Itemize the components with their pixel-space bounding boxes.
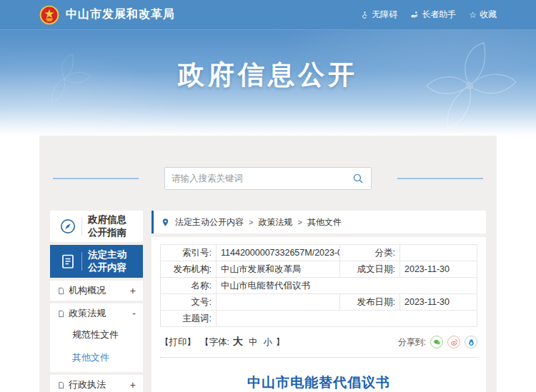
right-decorative-line (397, 178, 483, 179)
keywords-value (217, 311, 477, 327)
share-weibo-button[interactable] (447, 336, 460, 348)
name-label: 名称: (161, 278, 217, 294)
sidebar-item-org-overview[interactable]: 机构概况 + (50, 281, 143, 301)
font-size-medium-button[interactable]: 中 (249, 336, 258, 348)
article-title: 中山市电能替代倡议书 (160, 373, 477, 392)
print-button[interactable]: 【打印】 (160, 336, 196, 348)
share-section: 分享到: (398, 336, 477, 348)
elder-assist-label: 长者助手 (422, 9, 456, 21)
table-row: 文号: 发布日期: 2023-11-30 (161, 294, 477, 311)
share-wechat-button[interactable] (430, 336, 443, 348)
accessibility-link[interactable]: 无障碍 (360, 9, 397, 21)
star-icon: ☆ (469, 11, 477, 19)
sidebar-item-statutory-disclosure[interactable]: 法定主动 公开内容 (50, 245, 143, 278)
active-line1: 法定主动 (88, 249, 126, 260)
search-box (164, 167, 372, 190)
share-label: 分享到: (398, 336, 426, 348)
sidebar-group-policies: 政策法规 - 规范性文件 其他文件 (50, 303, 143, 372)
keywords-label: 主题词: (161, 311, 217, 327)
font-size-prefix: 【字体: (200, 336, 229, 348)
page-title: 政府信息公开 (0, 57, 536, 93)
publish-date-value: 2023-11-30 (400, 294, 477, 311)
elder-assist-link[interactable]: 长者助手 (410, 9, 456, 21)
page-icon (57, 381, 65, 389)
accessibility-label: 无障碍 (372, 9, 397, 21)
category-value (400, 245, 477, 261)
doc-number-label: 文号: (161, 294, 217, 311)
sidebar-active-label: 法定主动 公开内容 (88, 248, 126, 274)
agency-value: 中山市发展和改革局 (217, 261, 340, 278)
article-toolbar: 【打印】 【字体: 大 中 小 】 分享到: (160, 336, 477, 348)
sidebar-group-law-enforcement: 行政执法 + (50, 375, 143, 392)
active-line2: 公开内容 (88, 262, 126, 273)
main-column: 法定主动公开内容 > 政策法规 > 其他文件 索引号: 114420000073… (152, 211, 486, 392)
sidebar-item-normative-documents[interactable]: 规范性文件 (50, 323, 143, 346)
font-size-large-button[interactable]: 大 (233, 336, 243, 348)
category-label: 分类: (340, 245, 400, 261)
expand-icon[interactable]: + (130, 286, 136, 296)
document-icon (56, 253, 80, 270)
collapse-icon[interactable]: - (132, 308, 136, 318)
content-card: 政府信息 公开指南 法定主动 公开内容 (39, 136, 497, 392)
top-bar: 中山市发展和改革局 无障碍 长者助手 ☆ 收藏 (0, 0, 536, 30)
table-row: 主题词: (161, 311, 477, 327)
favorite-label: 收藏 (480, 9, 497, 21)
breadcrumb-item-statutory[interactable]: 法定主动公开内容 (175, 216, 244, 228)
index-number-value: 11442000007332657M/2023-00662 (217, 245, 340, 261)
dotted-divider (160, 357, 477, 358)
sidebar: 政府信息 公开指南 法定主动 公开内容 (50, 211, 143, 392)
table-row: 发布机构: 中山市发展和改革局 成文日期: 2023-11-30 (161, 261, 477, 278)
guide-line1: 政府信息 (88, 214, 126, 225)
toolbar-left: 【打印】 【字体: 大 中 小 】 (160, 336, 284, 348)
font-size-controls: 【字体: 大 中 小 】 (200, 336, 284, 348)
font-size-suffix: 】 (276, 336, 285, 348)
document-meta-table: 索引号: 11442000007332657M/2023-00662 分类: 发… (160, 244, 477, 327)
page-icon (57, 287, 65, 295)
search-input[interactable] (172, 174, 352, 184)
site-brand[interactable]: 中山市发展和改革局 (39, 5, 175, 25)
wechat-icon (433, 338, 441, 346)
weibo-icon (450, 338, 458, 346)
written-date-label: 成文日期: (340, 261, 400, 278)
breadcrumb: 法定主动公开内容 > 政策法规 > 其他文件 (152, 211, 486, 233)
national-emblem-icon (39, 5, 59, 25)
sidebar-group-org-overview: 机构概况 + (50, 281, 143, 301)
sidebar-item-law-enforcement[interactable]: 行政执法 + (50, 375, 143, 392)
doc-number-value (217, 294, 340, 311)
menu-label: 行政执法 (69, 378, 130, 391)
written-date-value: 2023-11-30 (400, 261, 477, 278)
favorite-link[interactable]: ☆ 收藏 (469, 9, 497, 21)
document-detail-card: 索引号: 11442000007332657M/2023-00662 分类: 发… (152, 237, 486, 392)
share-qq-button[interactable] (465, 336, 477, 348)
compass-icon (56, 218, 80, 235)
publish-date-label: 发布日期: (340, 294, 400, 311)
top-utility-links: 无障碍 长者助手 ☆ 收藏 (360, 9, 497, 21)
divider (81, 252, 82, 271)
index-number-label: 索引号: (161, 245, 217, 261)
search-section (50, 167, 486, 190)
left-decorative-line (53, 178, 139, 179)
table-row: 名称: 中山市电能替代倡议书 (161, 278, 477, 294)
content-row: 政府信息 公开指南 法定主动 公开内容 (50, 211, 486, 392)
sidebar-item-disclosure-guide[interactable]: 政府信息 公开指南 (50, 211, 143, 242)
expand-icon[interactable]: + (130, 380, 136, 390)
menu-label: 机构概况 (69, 284, 130, 297)
menu-label: 政策法规 (69, 307, 132, 320)
page-icon (57, 310, 65, 318)
breadcrumb-item-policies[interactable]: 政策法规 (258, 216, 292, 228)
font-size-small-button[interactable]: 小 (263, 336, 272, 348)
location-pin-icon (161, 218, 170, 227)
breadcrumb-separator: > (297, 218, 302, 226)
breadcrumb-item-other-documents[interactable]: 其他文件 (307, 216, 342, 228)
sidebar-item-other-documents[interactable]: 其他文件 (50, 346, 143, 369)
search-icon[interactable] (352, 172, 364, 185)
qq-icon (467, 338, 475, 346)
sidebar-item-policies[interactable]: 政策法规 - (50, 303, 143, 323)
guide-line2: 公开指南 (88, 227, 126, 238)
page-banner: 政府信息公开 (0, 30, 536, 136)
site-name: 中山市发展和改革局 (66, 7, 175, 22)
name-value: 中山市电能替代倡议书 (217, 278, 477, 294)
sidebar-guide-label: 政府信息 公开指南 (88, 213, 126, 239)
accessibility-icon (360, 11, 369, 19)
divider (81, 217, 82, 236)
